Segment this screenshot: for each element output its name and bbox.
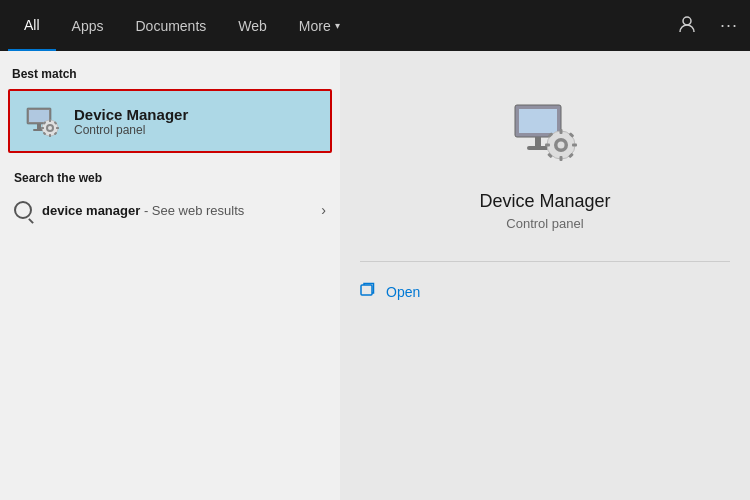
best-match-item-name: Device Manager: [74, 106, 188, 123]
best-match-item-type: Control panel: [74, 123, 188, 137]
main-content: Best match: [0, 51, 750, 500]
svg-point-0: [683, 17, 691, 25]
tab-all[interactable]: All: [8, 0, 56, 51]
top-nav-bar: All Apps Documents Web More ▾ ···: [0, 0, 750, 51]
tab-documents[interactable]: Documents: [119, 0, 222, 51]
svg-rect-9: [49, 134, 51, 137]
svg-rect-18: [535, 137, 541, 146]
web-sub: - See web results: [140, 203, 244, 218]
svg-rect-24: [560, 156, 563, 161]
svg-rect-25: [545, 144, 550, 147]
tab-web-label: Web: [238, 18, 267, 34]
nav-right-icons: ···: [674, 11, 742, 41]
svg-rect-8: [49, 119, 51, 122]
tab-documents-label: Documents: [135, 18, 206, 34]
open-action-label: Open: [386, 284, 420, 300]
chevron-down-icon: ▾: [335, 20, 340, 31]
tab-more-label: More: [299, 18, 331, 34]
detail-divider: [360, 261, 730, 262]
nav-tabs: All Apps Documents Web More ▾: [8, 0, 356, 51]
web-item-left: device manager - See web results: [14, 201, 244, 219]
open-action-icon: [360, 282, 376, 302]
web-section-title: Search the web: [2, 167, 338, 193]
right-panel: Device Manager Control panel Open: [340, 51, 750, 500]
svg-rect-2: [29, 110, 49, 122]
tab-more[interactable]: More ▾: [283, 0, 356, 51]
open-action[interactable]: Open: [360, 276, 730, 308]
tab-all-label: All: [24, 17, 40, 33]
detail-device-manager-icon: [505, 91, 585, 171]
tab-apps-label: Apps: [72, 18, 104, 34]
tab-web[interactable]: Web: [222, 0, 283, 51]
svg-rect-3: [37, 124, 41, 129]
detail-item-name: Device Manager: [479, 191, 610, 212]
chevron-right-icon: ›: [321, 202, 326, 218]
web-section: Search the web device manager - See web …: [0, 167, 340, 227]
svg-rect-11: [56, 127, 59, 129]
svg-rect-31: [361, 285, 372, 295]
best-match-item-info: Device Manager Control panel: [74, 106, 188, 137]
detail-actions: Open: [340, 276, 750, 308]
left-panel: Best match: [0, 51, 340, 500]
person-icon[interactable]: [674, 11, 700, 41]
best-match-item[interactable]: Device Manager Control panel: [8, 89, 332, 153]
tab-apps[interactable]: Apps: [56, 0, 120, 51]
svg-rect-23: [560, 129, 563, 134]
svg-point-7: [48, 126, 52, 130]
device-manager-icon: [22, 101, 62, 141]
web-item-text: device manager - See web results: [42, 203, 244, 218]
web-query: device manager: [42, 203, 140, 218]
svg-rect-26: [572, 144, 577, 147]
more-options-icon[interactable]: ···: [716, 11, 742, 40]
web-search-item[interactable]: device manager - See web results ›: [2, 193, 338, 227]
search-icon: [14, 201, 32, 219]
svg-rect-19: [527, 146, 549, 150]
svg-rect-10: [41, 127, 44, 129]
svg-point-22: [558, 142, 565, 149]
best-match-title: Best match: [0, 63, 340, 89]
svg-rect-17: [519, 109, 557, 133]
detail-item-type: Control panel: [506, 216, 583, 231]
